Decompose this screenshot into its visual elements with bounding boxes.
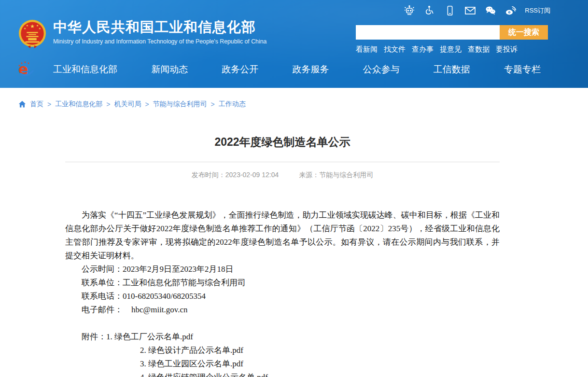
attachment-link-green-industrial-parks[interactable]: 3. 绿色工业园区公示名单.pdf [140, 359, 243, 368]
article-meta: 发布时间：2023-02-09 12:04 来源：节能与综合利用司 [65, 171, 500, 180]
weibo-icon[interactable] [504, 4, 517, 17]
site-brand: ★ ★ ★ ★ ★ 中华人民共和国工业和信息化部 Ministry of Ind… [18, 19, 266, 51]
attachment-link-green-factory[interactable]: 1. 绿色工厂公示名单.pdf [106, 332, 193, 341]
rss-subscribe-link[interactable]: RSS订阅 [525, 6, 550, 15]
breadcrumb-departments[interactable]: 机关司局 [114, 100, 141, 109]
quick-link-news[interactable]: 看新闻 [356, 45, 378, 54]
breadcrumb-separator: > [106, 100, 110, 108]
attachment-line-4: 4. 绿色供应链管理企业公示名单.pdf [65, 371, 500, 377]
svg-text:★: ★ [36, 24, 39, 27]
title-divider [65, 162, 500, 162]
attachments-section: 附件：1. 绿色工厂公示名单.pdf 2. 绿色设计产品公示名单.pdf 3. … [65, 330, 500, 377]
main-nav: e 工业和信息化部 新闻动态 政务公开 政务服务 公众参与 工信数据 专题专栏 [0, 57, 588, 82]
article: 2022年度绿色制造名单公示 发布时间：2023-02-09 12:04 来源：… [65, 135, 500, 377]
quick-links-row: 看新闻 找文件 查办事 提意见 查数据 要投诉 [356, 45, 548, 54]
contact-email-line: 电子邮件：hbc@miit.gov.cn [65, 303, 500, 317]
quick-link-suggestions[interactable]: 提意见 [440, 45, 462, 54]
contact-email-value: hbc@miit.gov.cn [131, 305, 188, 314]
nav-item-public-participation[interactable]: 公众参与 [363, 63, 400, 76]
breadcrumb-current-work-trends: 工作动态 [219, 100, 246, 109]
attachment-line-2: 2. 绿色设计产品公示名单.pdf [65, 344, 500, 357]
contact-unit-line: 联系单位：工业和信息化部节能与综合利用司 [65, 276, 500, 290]
quick-link-data[interactable]: 查数据 [468, 45, 490, 54]
site-banner: RSS订阅 ★ ★ ★ ★ ★ 中华人民共和国工业和信息化部 Ministry [0, 0, 588, 88]
wechat-icon[interactable] [484, 4, 497, 17]
breadcrumb: 首页 > 工业和信息化部 > 机关司局 > 节能与综合利用司 > 工作动态 [18, 100, 588, 109]
svg-text:★: ★ [39, 27, 41, 30]
home-icon[interactable] [18, 100, 26, 108]
svg-text:★: ★ [30, 23, 35, 29]
attachments-label: 附件： [82, 332, 106, 341]
site-subtitle: Ministry of Industry and Information Tec… [53, 38, 266, 45]
announcement-paragraph: 为落实《“十四五”工业绿色发展规划》，全面推行绿色制造，助力工业领域实现碳达峰、… [65, 209, 500, 263]
attachment-line-3: 3. 绿色工业园区公示名单.pdf [65, 357, 500, 371]
attachment-line-1: 附件：1. 绿色工厂公示名单.pdf [65, 330, 500, 344]
svg-text:★: ★ [26, 24, 28, 27]
source-label: 来源： [299, 171, 319, 179]
breadcrumb-miit[interactable]: 工业和信息化部 [55, 100, 102, 109]
breadcrumb-separator: > [211, 100, 215, 108]
search-input[interactable] [356, 25, 500, 40]
source-value: 节能与综合利用司 [319, 171, 373, 179]
nav-item-gov-services[interactable]: 政务服务 [292, 63, 329, 76]
contact-phone-label: 联系电话： [82, 292, 123, 301]
svg-text:★: ★ [24, 27, 26, 30]
contact-phone-value: 010-68205340/68205354 [123, 292, 206, 301]
breadcrumb-home[interactable]: 首页 [30, 100, 43, 109]
contact-email-label: 电子邮件： [82, 305, 123, 314]
article-title: 2022年度绿色制造名单公示 [65, 135, 500, 150]
top-utility-bar: RSS订阅 [403, 4, 550, 17]
mail-icon[interactable] [464, 4, 476, 17]
contact-unit-label: 联系单位： [82, 278, 123, 287]
nav-item-special-topics[interactable]: 专题专栏 [504, 63, 541, 76]
breadcrumb-separator: > [47, 100, 51, 108]
quick-link-services[interactable]: 查办事 [412, 45, 434, 54]
article-body: 为落实《“十四五”工业绿色发展规划》，全面推行绿色制造，助力工业领域实现碳达峰、… [65, 209, 500, 377]
national-emblem-logo: ★ ★ ★ ★ ★ [18, 19, 46, 51]
attachment-link-green-supply-chain[interactable]: 4. 绿色供应链管理企业公示名单.pdf [140, 373, 268, 377]
search-area: 统一搜索 看新闻 找文件 查办事 提意见 查数据 要投诉 [356, 25, 548, 54]
nav-item-miit[interactable]: 工业和信息化部 [53, 63, 117, 76]
miit-e-logo-icon: e [16, 59, 36, 79]
breadcrumb-energy-dept[interactable]: 节能与综合利用司 [153, 100, 207, 109]
quick-link-documents[interactable]: 找文件 [384, 45, 406, 54]
contact-phone-line: 联系电话：010-68205340/68205354 [65, 290, 500, 303]
quick-link-complaints[interactable]: 要投诉 [496, 45, 518, 54]
mobile-icon[interactable] [444, 4, 456, 17]
nav-item-data[interactable]: 工信数据 [434, 63, 470, 76]
accessibility-icon[interactable] [423, 4, 436, 17]
public-period-value: 2023年2月9日至2023年2月18日 [123, 265, 234, 274]
contact-unit-value: 工业和信息化部节能与综合利用司 [123, 278, 246, 287]
public-period-label: 公示时间： [82, 265, 123, 274]
unified-search-button[interactable]: 统一搜索 [500, 25, 548, 40]
nav-item-gov-openness[interactable]: 政务公开 [222, 63, 258, 76]
nav-item-news[interactable]: 新闻动态 [151, 63, 188, 76]
site-title: 中华人民共和国工业和信息化部 [53, 19, 266, 35]
breadcrumb-separator: > [145, 100, 149, 108]
assistant-robot-icon[interactable] [403, 4, 416, 17]
publish-time-label: 发布时间： [192, 171, 225, 179]
attachment-link-green-design-products[interactable]: 2. 绿色设计产品公示名单.pdf [140, 346, 243, 355]
publish-time-value: 2023-02-09 12:04 [225, 171, 279, 179]
public-period-line: 公示时间：2023年2月9日至2023年2月18日 [65, 263, 500, 276]
